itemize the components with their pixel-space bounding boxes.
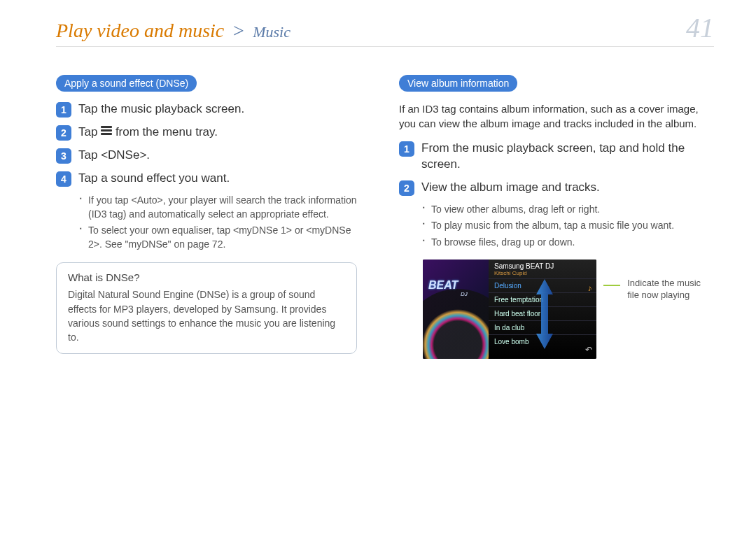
breadcrumb-main: Play video and music (56, 20, 224, 41)
now-playing-note-icon: ♪ (588, 283, 592, 293)
page-number: 41 (686, 14, 714, 42)
breadcrumb-sep: > (232, 20, 245, 41)
step-number-badge: 2 (399, 180, 414, 196)
step-number-badge: 3 (56, 148, 71, 164)
page-header: Play video and music > Music 41 (56, 14, 714, 47)
svg-marker-0 (536, 279, 553, 349)
breadcrumb: Play video and music > Music (56, 20, 290, 42)
step-text: Tap the music playback screen. (78, 101, 357, 118)
device-screenshot: BEAT DJ Samsung BEAT DJ Kitschi Cupid De… (423, 260, 596, 359)
device-subtitle: Kitschi Cupid (489, 270, 596, 278)
step: 1 From the music playback screen, tap an… (399, 141, 714, 173)
sub-bullet: If you tap <Auto>, your player will sear… (80, 194, 357, 221)
menu-tray-icon (101, 125, 112, 136)
dnse-sub-bullets: If you tap <Auto>, your player will sear… (56, 194, 357, 251)
info-box-answer: Digital Natural Sound Engine (DNSe) is a… (68, 287, 345, 344)
content-columns: Apply a sound effect (DNSe) 1 Tap the mu… (56, 75, 714, 359)
step: 1 Tap the music playback screen. (56, 101, 357, 118)
step-number-badge: 4 (56, 171, 71, 187)
step-text: From the music playback screen, tap and … (421, 141, 714, 173)
step-text: Tap from the menu tray. (78, 125, 357, 141)
sub-bullet: To view other albums, drag left or right… (423, 203, 714, 217)
breadcrumb-sub: Music (253, 23, 290, 41)
left-column: Apply a sound effect (DNSe) 1 Tap the mu… (56, 75, 357, 359)
dnse-info-box: What is DNSe? Digital Natural Sound Engi… (56, 262, 357, 353)
beat-logo: BEAT (428, 279, 458, 292)
step-text-post: from the menu tray. (115, 125, 218, 138)
sub-bullet: To select your own equaliser, tap <myDNS… (80, 224, 357, 251)
beat-logo-sub: DJ (461, 291, 468, 297)
back-arrow-icon: ↶ (585, 345, 592, 355)
step: 2 View the album image and tracks. (399, 180, 714, 196)
section-tag-dnse: Apply a sound effect (DNSe) (56, 75, 197, 92)
step-number-badge: 1 (399, 141, 414, 157)
step-text-pre: Tap (78, 125, 101, 138)
sub-bullet: To browse files, drag up or down. (423, 236, 714, 250)
device-title: Samsung BEAT DJ (489, 260, 596, 270)
manual-page: Play video and music > Music 41 Apply a … (0, 0, 756, 533)
dnse-steps: 1 Tap the music playback screen. 2 Tap f… (56, 101, 357, 187)
step-number-badge: 1 (56, 102, 71, 118)
step: 3 Tap <DNSe>. (56, 148, 357, 164)
step: 2 Tap from the menu tray. (56, 125, 357, 141)
step-text: View the album image and tracks. (421, 180, 714, 196)
right-column: View album information If an ID3 tag con… (399, 75, 714, 359)
step-text: Tap <DNSe>. (78, 148, 357, 164)
device-track-list: Samsung BEAT DJ Kitschi Cupid Delusion F… (489, 260, 596, 359)
sub-bullet: To play music from the album, tap a musi… (423, 219, 714, 233)
section-tag-album: View album information (399, 75, 517, 92)
album-intro: If an ID3 tag contains album information… (399, 101, 714, 131)
step-number-badge: 2 (56, 125, 71, 141)
scroll-arrow-icon (535, 279, 554, 349)
info-box-question: What is DNSe? (68, 271, 345, 283)
callout-text: Indicate the music file now playing (627, 278, 714, 301)
album-sub-bullets: To view other albums, drag left or right… (399, 203, 714, 250)
album-steps: 1 From the music playback screen, tap an… (399, 141, 714, 196)
device-album-art: BEAT DJ (423, 260, 489, 359)
step: 4 Tap a sound effect you want. (56, 171, 357, 187)
device-illustration-area: BEAT DJ Samsung BEAT DJ Kitschi Cupid De… (423, 260, 714, 359)
callout-leader-line (603, 285, 621, 286)
step-text: Tap a sound effect you want. (78, 171, 357, 187)
